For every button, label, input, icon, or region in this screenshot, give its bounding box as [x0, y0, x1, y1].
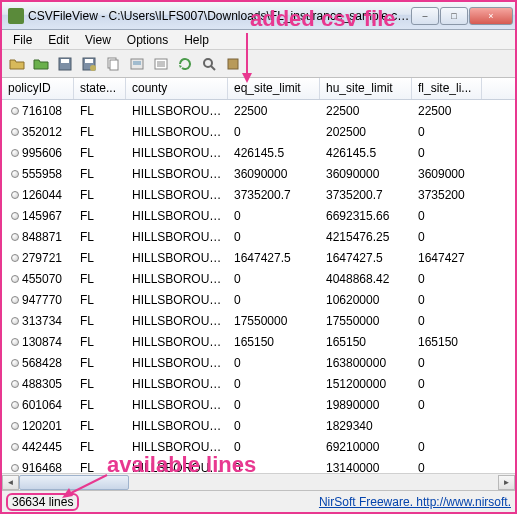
cell-county: HILLSBOROUG...	[126, 291, 228, 309]
table-row[interactable]: 995606FLHILLSBOROUG...426145.5426145.50	[2, 142, 515, 163]
cell-eq: 0	[228, 207, 320, 225]
cell-hu: 1647427.5	[320, 249, 412, 267]
table-row[interactable]: 120201FLHILLSBOROUG...01829340	[2, 415, 515, 436]
svg-line-15	[211, 66, 215, 70]
table-row[interactable]: 126044FLHILLSBOROUG...3735200.73735200.7…	[2, 184, 515, 205]
menu-edit[interactable]: Edit	[41, 31, 76, 49]
cell-policyid: 916468	[2, 459, 74, 474]
table-row[interactable]: 442445FLHILLSBOROUG...0692100000	[2, 436, 515, 457]
table-row[interactable]: 145967FLHILLSBOROUG...06692315.660	[2, 205, 515, 226]
minimize-button[interactable]: –	[411, 7, 439, 25]
scroll-track[interactable]	[19, 475, 498, 490]
close-button[interactable]: ×	[469, 7, 513, 25]
table-row[interactable]: 279721FLHILLSBOROUG...1647427.51647427.5…	[2, 247, 515, 268]
cell-state: FL	[74, 165, 126, 183]
header-fl-site-limit[interactable]: fl_site_li...	[412, 78, 482, 99]
horizontal-scrollbar[interactable]: ◄ ►	[2, 473, 515, 490]
cell-hu: 4048868.42	[320, 270, 412, 288]
svg-point-4	[90, 65, 96, 71]
table-row[interactable]: 313734FLHILLSBOROUG...17550000175500000	[2, 310, 515, 331]
row-bullet-icon	[8, 212, 22, 220]
cell-county: HILLSBOROUG...	[126, 459, 228, 474]
cell-fl: 1647427	[412, 249, 482, 267]
cell-hu: 1829340	[320, 417, 412, 435]
cell-policyid: 455070	[2, 270, 74, 288]
table-row[interactable]: 352012FLHILLSBOROUG...02025000	[2, 121, 515, 142]
cell-policyid: 279721	[2, 249, 74, 267]
cell-fl: 3735200	[412, 186, 482, 204]
properties-icon[interactable]	[150, 53, 172, 75]
cell-eq: 3735200.7	[228, 186, 320, 204]
cell-eq: 0	[228, 396, 320, 414]
nirsoft-link[interactable]: NirSoft Freeware. http://www.nirsoft.	[319, 495, 511, 509]
cell-eq: 0	[228, 228, 320, 246]
cell-county: HILLSBOROUG...	[126, 396, 228, 414]
cell-county: HILLSBOROUG...	[126, 165, 228, 183]
scroll-left-icon[interactable]: ◄	[2, 475, 19, 490]
refresh-icon[interactable]	[174, 53, 196, 75]
maximize-button[interactable]: □	[440, 7, 468, 25]
cell-eq: 0	[228, 459, 320, 474]
listview: policyID state... county eq_site_limit h…	[2, 78, 515, 490]
save-icon[interactable]	[54, 53, 76, 75]
cell-hu: 10620000	[320, 291, 412, 309]
cell-fl: 0	[412, 459, 482, 474]
scroll-right-icon[interactable]: ►	[498, 475, 515, 490]
menu-file[interactable]: File	[6, 31, 39, 49]
cell-policyid: 848871	[2, 228, 74, 246]
table-row[interactable]: 848871FLHILLSBOROUG...04215476.250	[2, 226, 515, 247]
cell-state: FL	[74, 102, 126, 120]
menu-options[interactable]: Options	[120, 31, 175, 49]
cell-hu: 163800000	[320, 354, 412, 372]
table-row[interactable]: 947770FLHILLSBOROUG...0106200000	[2, 289, 515, 310]
cell-policyid: 947770	[2, 291, 74, 309]
header-hu-site-limit[interactable]: hu_site_limit	[320, 78, 412, 99]
table-row[interactable]: 916468FLHILLSBOROUG...0131400000	[2, 457, 515, 473]
svg-rect-16	[228, 59, 238, 69]
row-bullet-icon	[8, 296, 22, 304]
header-policyid[interactable]: policyID	[2, 78, 74, 99]
advanced-icon[interactable]	[126, 53, 148, 75]
column-headers: policyID state... county eq_site_limit h…	[2, 78, 515, 100]
menu-help[interactable]: Help	[177, 31, 216, 49]
cell-county: HILLSBOROUG...	[126, 228, 228, 246]
header-eq-site-limit[interactable]: eq_site_limit	[228, 78, 320, 99]
cell-county: HILLSBOROUG...	[126, 417, 228, 435]
table-row[interactable]: 568428FLHILLSBOROUG...01638000000	[2, 352, 515, 373]
cell-state: FL	[74, 312, 126, 330]
scroll-thumb[interactable]	[19, 475, 129, 490]
table-row[interactable]: 716108FLHILLSBOROUG...225002250022500	[2, 100, 515, 121]
cell-eq: 22500	[228, 102, 320, 120]
cell-state: FL	[74, 228, 126, 246]
header-county[interactable]: county	[126, 78, 228, 99]
find-icon[interactable]	[198, 53, 220, 75]
cell-eq: 0	[228, 375, 320, 393]
table-row[interactable]: 555958FLHILLSBOROUG...360900003609000036…	[2, 163, 515, 184]
table-row[interactable]: 130874FLHILLSBOROUG...165150165150165150	[2, 331, 515, 352]
cell-eq: 0	[228, 291, 320, 309]
open-icon[interactable]	[6, 53, 28, 75]
menu-view[interactable]: View	[78, 31, 118, 49]
header-statecode[interactable]: state...	[74, 78, 126, 99]
cell-eq: 0	[228, 123, 320, 141]
table-row[interactable]: 488305FLHILLSBOROUG...01512000000	[2, 373, 515, 394]
cell-hu: 151200000	[320, 375, 412, 393]
window-title: CSVFileView - C:\Users\ILFS007\Downloads…	[28, 9, 411, 23]
about-icon[interactable]	[222, 53, 244, 75]
table-row[interactable]: 601064FLHILLSBOROUG...0198900000	[2, 394, 515, 415]
table-row[interactable]: 455070FLHILLSBOROUG...04048868.420	[2, 268, 515, 289]
cell-hu: 4215476.25	[320, 228, 412, 246]
row-bullet-icon	[8, 443, 22, 451]
cell-state: FL	[74, 249, 126, 267]
cell-state: FL	[74, 438, 126, 456]
row-bullet-icon	[8, 107, 22, 115]
cell-hu: 6692315.66	[320, 207, 412, 225]
cell-policyid: 716108	[2, 102, 74, 120]
copy-icon[interactable]	[102, 53, 124, 75]
save-settings-icon[interactable]	[78, 53, 100, 75]
cell-eq: 0	[228, 438, 320, 456]
cell-fl: 0	[412, 438, 482, 456]
row-bullet-icon	[8, 401, 22, 409]
titlebar[interactable]: CSVFileView - C:\Users\ILFS007\Downloads…	[2, 2, 515, 30]
folder-open-icon[interactable]	[30, 53, 52, 75]
